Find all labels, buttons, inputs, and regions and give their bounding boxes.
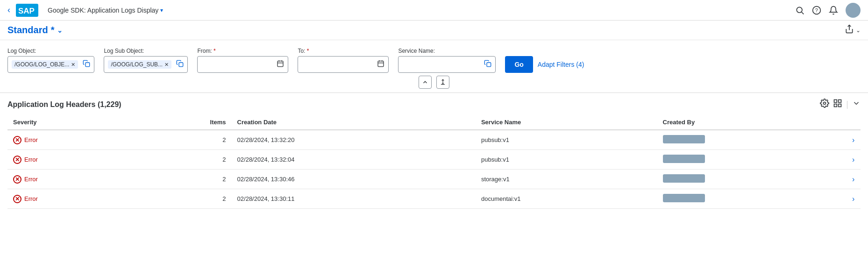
to-field: To: * 02/28/2024, 23:59:59 [298, 48, 389, 73]
to-required: * [307, 48, 309, 54]
service-name-cell: pubsub:v1 [476, 130, 657, 150]
error-icon: ✕ [13, 136, 21, 144]
log-sub-object-close[interactable]: ✕ [164, 62, 169, 68]
user-avatar[interactable] [846, 3, 861, 18]
back-button[interactable]: ‹ [7, 5, 10, 15]
created-by-value [663, 174, 705, 183]
col-service-name: Service Name [476, 115, 657, 130]
view-asterisk: * [51, 25, 55, 36]
from-field: From: * 02/28/2024, 00:00:00 [197, 48, 288, 73]
log-object-input-wrap[interactable]: /GOOG/LOG_OBJE... ✕ [7, 56, 94, 73]
svg-point-18 [442, 83, 443, 84]
svg-point-19 [824, 102, 826, 105]
col-created-by: Created By [657, 115, 847, 130]
svg-rect-21 [839, 100, 841, 103]
app-title-chevron[interactable]: ▾ [160, 7, 163, 14]
pin-button[interactable] [436, 76, 449, 89]
row-arrow-icon[interactable]: › [852, 136, 854, 144]
filter-bar: Log Object: /GOOG/LOG_OBJE... ✕ Log Sub … [0, 40, 868, 93]
svg-rect-17 [487, 63, 491, 67]
error-icon: ✕ [13, 195, 21, 203]
filter-collapse-row [7, 73, 861, 89]
from-input[interactable]: 02/28/2024, 00:00:00 [201, 61, 274, 68]
severity-cell: ✕Error [7, 189, 135, 209]
settings-icon[interactable] [820, 99, 829, 110]
svg-rect-22 [834, 104, 837, 107]
col-items: Items [135, 115, 231, 130]
row-nav-cell[interactable]: › [847, 130, 861, 150]
table-actions-divider: | [846, 100, 848, 109]
row-nav-cell[interactable]: › [847, 150, 861, 170]
log-sub-object-copy-icon[interactable] [176, 60, 184, 69]
table-header-row: Application Log Headers (1,229) | [7, 99, 861, 110]
table-row: ✕Error202/28/2024, 13:32:04pubsub:v1› [7, 150, 861, 170]
table-row: ✕Error202/28/2024, 13:30:11documentai:v1… [7, 189, 861, 209]
sap-logo: SAP [16, 4, 38, 17]
adapt-filters-button[interactable]: Adapt Filters (4) [538, 61, 584, 68]
collapse-up-button[interactable] [419, 76, 432, 89]
row-nav-cell[interactable]: › [847, 170, 861, 189]
from-label: From: * [197, 48, 288, 54]
service-name-input-wrap[interactable] [398, 56, 496, 73]
svg-rect-20 [834, 100, 837, 103]
table-title: Application Log Headers (1,229) [7, 100, 121, 109]
severity-text: Error [24, 136, 38, 143]
error-icon: ✕ [13, 156, 21, 164]
col-creation-date: Creation Date [232, 115, 476, 130]
service-name-label: Service Name: [398, 48, 496, 54]
service-name-input[interactable] [402, 61, 479, 68]
severity-cell: ✕Error [7, 170, 135, 189]
severity-text: Error [24, 195, 38, 202]
from-calendar-icon[interactable] [277, 60, 284, 69]
severity-cell: ✕Error [7, 130, 135, 150]
from-input-wrap[interactable]: 02/28/2024, 00:00:00 [197, 56, 288, 73]
row-arrow-icon[interactable]: › [852, 156, 854, 163]
to-calendar-icon[interactable] [377, 60, 384, 69]
table-view-icon[interactable] [833, 99, 842, 110]
svg-rect-13 [378, 61, 384, 67]
view-dropdown-icon[interactable]: ⌄ [57, 27, 63, 34]
to-input-wrap[interactable]: 02/28/2024, 23:59:59 [298, 56, 389, 73]
service-name-copy-icon[interactable] [484, 60, 491, 69]
to-input[interactable]: 02/28/2024, 23:59:59 [302, 61, 374, 68]
from-required: * [213, 48, 216, 54]
help-icon[interactable]: ? [812, 6, 821, 15]
items-cell: 2 [135, 170, 231, 189]
svg-text:?: ? [815, 7, 818, 13]
service-name-cell: documentai:v1 [476, 189, 657, 209]
go-button[interactable]: Go [505, 56, 533, 73]
creation-date-cell: 02/28/2024, 13:30:11 [232, 189, 476, 209]
table-actions: | [820, 99, 861, 110]
col-severity: Severity [7, 115, 135, 130]
severity-text: Error [24, 176, 38, 183]
app-title: Google SDK: Application Logs Display ▾ [48, 7, 163, 14]
creation-date-cell: 02/28/2024, 13:32:20 [232, 130, 476, 150]
table-expand-icon[interactable] [852, 99, 861, 110]
created-by-value [663, 135, 705, 143]
created-by-cell [657, 130, 847, 150]
log-object-close[interactable]: ✕ [71, 62, 75, 68]
log-object-copy-icon[interactable] [83, 60, 90, 69]
svg-rect-8 [179, 63, 183, 67]
row-nav-cell[interactable]: › [847, 189, 861, 209]
bell-icon[interactable] [829, 6, 838, 15]
log-sub-object-input-wrap[interactable]: /GOOG/LOG_SUB... ✕ [104, 56, 188, 73]
table-header: Severity Items Creation Date Service Nam… [7, 115, 861, 130]
log-object-field: Log Object: /GOOG/LOG_OBJE... ✕ [7, 48, 94, 73]
svg-line-3 [802, 12, 804, 14]
service-name-cell: pubsub:v1 [476, 150, 657, 170]
share-icon[interactable] [845, 24, 854, 36]
row-arrow-icon[interactable]: › [852, 195, 854, 203]
top-navigation: ‹ SAP Google SDK: Application Logs Displ… [0, 0, 868, 21]
log-object-token: /GOOG/LOG_OBJE... ✕ [12, 60, 78, 69]
to-label: To: * [298, 48, 389, 54]
log-sub-object-token: /GOOG/LOG_SUB... ✕ [108, 60, 171, 69]
severity-text: Error [24, 156, 38, 163]
share-dropdown-icon[interactable]: ⌄ [856, 27, 861, 34]
search-icon[interactable] [795, 6, 804, 15]
service-name-cell: storage:v1 [476, 170, 657, 189]
filter-row: Log Object: /GOOG/LOG_OBJE... ✕ Log Sub … [7, 48, 861, 73]
created-by-cell [657, 150, 847, 170]
error-icon: ✕ [13, 175, 21, 184]
row-arrow-icon[interactable]: › [852, 175, 854, 183]
